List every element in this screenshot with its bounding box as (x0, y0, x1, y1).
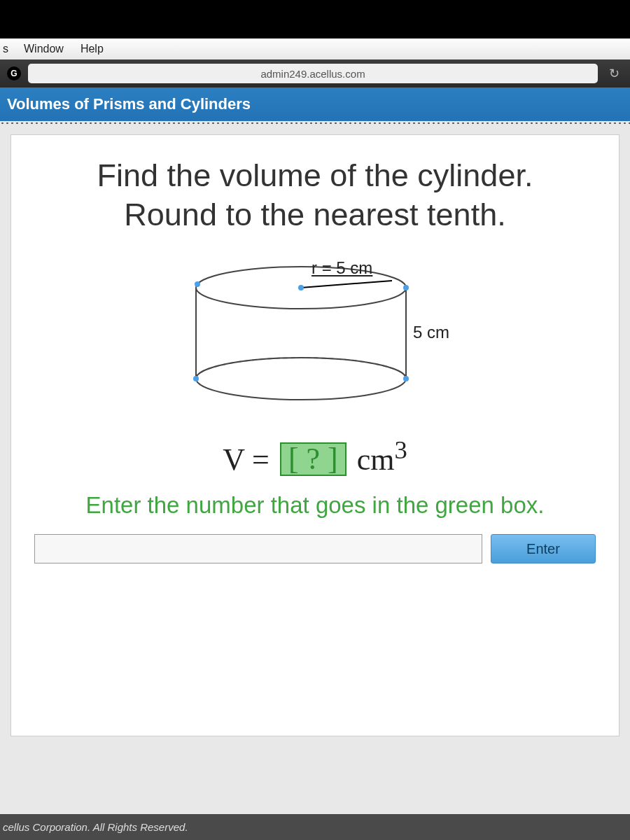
formula-unit: cm (349, 442, 395, 476)
prompt-line-1: Find the volume of the cylinder. (21, 156, 609, 195)
hint-text: Enter the number that goes in the green … (21, 492, 609, 519)
answer-input[interactable] (34, 534, 482, 564)
window-top-black (0, 0, 630, 38)
url-display[interactable]: admin249.acellus.com (28, 64, 598, 83)
problem-prompt: Find the volume of the cylinder. Round t… (21, 156, 609, 235)
site-favicon: G (7, 66, 21, 80)
radius-label: r = 5 cm (312, 258, 372, 278)
footer-bar: cellus Corporation. All Rights Reserved. (0, 814, 630, 840)
svg-point-7 (403, 285, 409, 290)
reload-icon[interactable]: ↻ (605, 64, 623, 83)
menu-item-window[interactable]: Window (15, 43, 72, 55)
svg-line-4 (301, 281, 392, 288)
answer-input-row: Enter (21, 534, 609, 564)
content-area: Find the volume of the cylinder. Round t… (0, 125, 630, 814)
svg-point-1 (196, 358, 406, 400)
footer-text: cellus Corporation. All Rights Reserved. (3, 821, 188, 833)
browser-toolbar: G admin249.acellus.com ↻ (0, 59, 630, 88)
lesson-title: Volumes of Prisms and Cylinders (7, 95, 251, 113)
height-label: 5 cm (413, 323, 449, 342)
menu-item-partial[interactable]: s (0, 43, 15, 55)
cylinder-figure: r = 5 cm 5 cm (175, 260, 455, 414)
formula-exponent: 3 (395, 435, 407, 464)
lesson-title-bar: Volumes of Prisms and Cylinders (0, 88, 630, 121)
os-menu-bar: s Window Help (0, 38, 630, 59)
enter-button[interactable]: Enter (491, 534, 596, 564)
menu-item-help[interactable]: Help (72, 43, 112, 55)
svg-point-9 (403, 376, 409, 382)
svg-point-6 (195, 281, 200, 287)
answer-placeholder-box: [ ? ] (280, 442, 346, 476)
volume-formula: V = [ ? ] cm3 (21, 435, 609, 477)
problem-card: Find the volume of the cylinder. Round t… (10, 134, 620, 736)
svg-point-8 (193, 376, 199, 382)
prompt-line-2: Round to the nearest tenth. (21, 195, 609, 234)
formula-prefix: V = (223, 442, 277, 476)
svg-point-5 (298, 285, 304, 290)
